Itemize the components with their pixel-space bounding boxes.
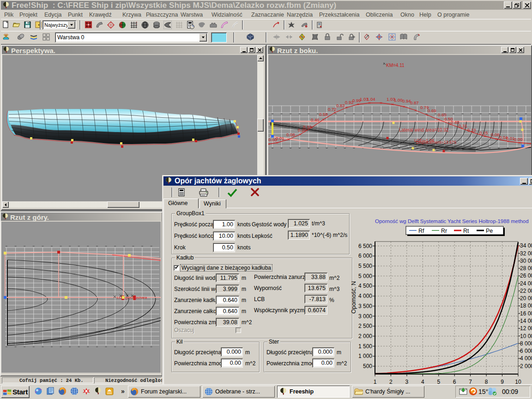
svg-text:24 000: 24 000 bbox=[520, 280, 532, 287]
svg-text:Oporność wg Delft Systematic Y: Oporność wg Delft Systematic Yacht Serie… bbox=[375, 218, 529, 224]
svg-text:Lateral wind area=10.92: Lateral wind area=10.92 bbox=[399, 127, 449, 133]
svg-text:0.08: 0.08 bbox=[491, 132, 500, 137]
svg-text:2 500: 2 500 bbox=[358, 323, 372, 329]
svg-text:0.00: 0.00 bbox=[514, 137, 523, 142]
svg-text:1.00: 1.00 bbox=[394, 97, 403, 103]
svg-text:Displacement=13.675: Displacement=13.675 bbox=[416, 140, 456, 145]
svg-text:10 000: 10 000 bbox=[520, 333, 532, 339]
svg-text:3 000: 3 000 bbox=[358, 313, 372, 320]
svg-text:0.87: 0.87 bbox=[410, 100, 419, 105]
svg-text:0.59: 0.59 bbox=[319, 112, 328, 117]
svg-text:2 000: 2 000 bbox=[358, 333, 372, 339]
svg-text:14 000: 14 000 bbox=[520, 318, 532, 324]
svg-text:6 000: 6 000 bbox=[520, 348, 532, 354]
svg-text:34 000: 34 000 bbox=[520, 242, 532, 249]
svg-text:0.94: 0.94 bbox=[402, 98, 411, 103]
svg-text:0.72: 0.72 bbox=[328, 107, 337, 112]
svg-text:Pe: Pe bbox=[486, 228, 493, 234]
svg-text:28 000: 28 000 bbox=[520, 265, 532, 272]
svg-text:0.15: 0.15 bbox=[479, 130, 488, 135]
svg-text:Rf: Rf bbox=[418, 228, 424, 234]
svg-text:30 000: 30 000 bbox=[520, 258, 532, 264]
svg-text:18 000: 18 000 bbox=[520, 302, 532, 309]
svg-text:1.04: 1.04 bbox=[367, 97, 375, 102]
svg-text:0.23: 0.23 bbox=[467, 127, 476, 133]
svg-text:16 000: 16 000 bbox=[520, 310, 532, 317]
svg-text:0.83: 0.83 bbox=[336, 103, 345, 108]
svg-text:20 000: 20 000 bbox=[520, 295, 532, 302]
svg-text:0.08: 0.08 bbox=[286, 132, 295, 137]
svg-text:32 000: 32 000 bbox=[520, 250, 532, 257]
svg-text:5 000: 5 000 bbox=[358, 273, 372, 279]
svg-text:26 000: 26 000 bbox=[520, 272, 532, 279]
svg-text:4 000: 4 000 bbox=[520, 355, 532, 362]
svg-text:12 000: 12 000 bbox=[520, 325, 532, 332]
svg-text:0.46: 0.46 bbox=[311, 117, 320, 122]
svg-text:Rr: Rr bbox=[441, 228, 447, 234]
svg-text:6 000: 6 000 bbox=[358, 253, 372, 259]
svg-text:4 000: 4 000 bbox=[358, 293, 372, 299]
svg-text:3 500: 3 500 bbox=[358, 303, 372, 309]
svg-text:22 000: 22 000 bbox=[520, 288, 532, 294]
svg-text:1 500: 1 500 bbox=[358, 343, 372, 350]
svg-text:500: 500 bbox=[363, 363, 372, 369]
svg-text:0.31: 0.31 bbox=[459, 123, 467, 128]
svg-text:0.01: 0.01 bbox=[506, 136, 515, 141]
svg-text:1 000: 1 000 bbox=[358, 353, 372, 359]
svg-text:0.01: 0.01 bbox=[276, 136, 284, 141]
svg-text:0.69: 0.69 bbox=[428, 108, 436, 113]
svg-text:0.40: 0.40 bbox=[451, 120, 459, 125]
svg-text:2 000: 2 000 bbox=[520, 363, 532, 369]
svg-text:0.33: 0.33 bbox=[303, 124, 312, 129]
svg-text:8 000: 8 000 bbox=[520, 340, 532, 347]
svg-text:5 500: 5 500 bbox=[358, 263, 372, 269]
svg-text:4 500: 4 500 bbox=[358, 283, 372, 289]
svg-text:Rt: Rt bbox=[463, 228, 469, 234]
svg-text:KM=4.11: KM=4.11 bbox=[386, 63, 405, 68]
svg-text:6 500: 6 500 bbox=[358, 243, 372, 249]
